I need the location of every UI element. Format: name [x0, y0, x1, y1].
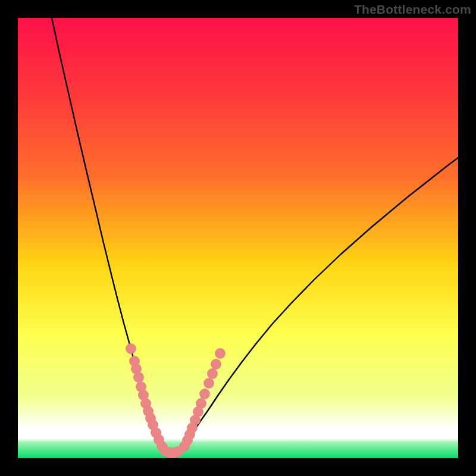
data-point: [126, 343, 136, 354]
chart-frame: TheBottleneck.com: [0, 0, 476, 476]
data-point: [215, 348, 226, 359]
gradient-background: [18, 18, 458, 458]
data-point: [133, 372, 144, 383]
data-point: [199, 389, 210, 399]
data-point: [207, 368, 218, 379]
watermark-text: TheBottleneck.com: [354, 2, 471, 17]
data-point: [211, 359, 221, 369]
plot-area: [18, 18, 458, 458]
chart-svg: [18, 18, 458, 458]
data-point: [196, 398, 206, 409]
data-point: [203, 378, 214, 389]
